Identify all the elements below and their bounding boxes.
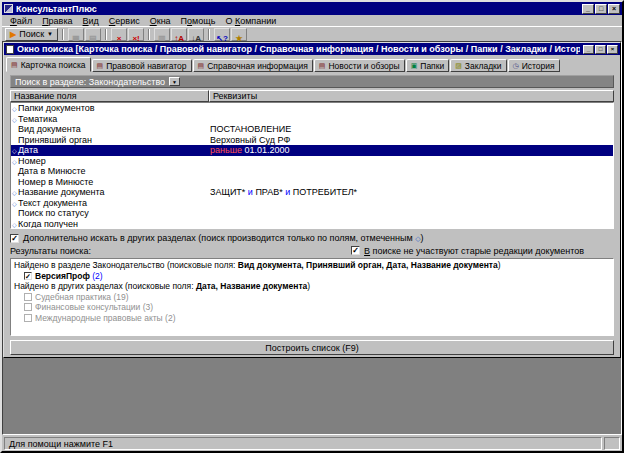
font-increase-button[interactable]: ↑A — [171, 28, 187, 41]
field-row[interactable]: ◇Текст документа — [11, 198, 613, 209]
field-value: ПОСТАНОВЛЕНИЕ — [210, 124, 291, 135]
result-line: Финансовые консультации (3) — [14, 302, 610, 313]
resize-grip[interactable] — [604, 437, 620, 450]
text-part: и — [285, 187, 293, 197]
tab-bookmarks[interactable]: ▨Закладки — [450, 59, 506, 72]
help-button[interactable]: ↖? — [214, 28, 230, 41]
old-editions-checkbox[interactable]: ✓ — [351, 246, 360, 255]
search-card-panel: Поиск в разделе: Законодательство ▼ Назв… — [4, 72, 620, 358]
menu-item-help[interactable]: Помощь — [176, 16, 221, 26]
result-text: Найдено в других разделах (поисковые пол… — [14, 281, 310, 292]
exit-button[interactable]: ★ — [231, 28, 247, 41]
inner-close-button[interactable]: × — [607, 45, 618, 54]
application-window: КонсультантПлюс _ □ × ФайлПравкаВидСерви… — [0, 0, 624, 453]
tab-label: Правовой навигатор — [106, 61, 186, 71]
field-row[interactable]: Номер в Минюсте — [11, 177, 613, 188]
search-icon: ▶ — [10, 29, 16, 40]
folders-icon: ▣ — [411, 62, 418, 69]
text-part: раньше — [210, 145, 244, 155]
text-part: 01.01.2000 — [244, 145, 289, 155]
field-row[interactable]: Вид документаПОСТАНОВЛЕНИЕ — [11, 124, 613, 135]
result-line[interactable]: ✓ВерсияПроф (2) — [14, 271, 610, 282]
field-row[interactable]: ◇Датараньше 01.01.2000 — [11, 145, 613, 156]
app-icon — [4, 4, 13, 13]
result-line: Найдено в разделе Законодательство (поис… — [14, 260, 610, 271]
field-name: Текст документа — [18, 198, 87, 208]
text-part: Верховный Суд РФ — [210, 135, 290, 145]
app-title: КонсультантПлюс — [16, 4, 97, 14]
field-row[interactable]: ◇Название документаЗАЩИТ* и ПРАВ* и ПОТР… — [11, 187, 613, 198]
inner-maximize-button[interactable]: □ — [595, 45, 606, 54]
tab-reference[interactable]: ▤Справочная информация — [193, 59, 313, 72]
app-window-controls: _ □ × — [582, 4, 620, 14]
build-list-button[interactable]: Построить список (F9) — [10, 340, 614, 355]
search-window-title-bar: Окно поиска [Карточка поиска / Правовой … — [4, 43, 620, 55]
toolbar-separator — [62, 29, 64, 40]
field-row[interactable]: ◇Номер — [11, 156, 613, 167]
font-decrease-button[interactable]: ↓A — [188, 28, 204, 41]
text-part: Вид документа, Принявший орган, Дата, На… — [238, 260, 498, 270]
menu-item-windows[interactable]: Окна — [145, 16, 176, 26]
section-dropdown-button[interactable]: ▼ — [169, 77, 180, 86]
result-checkbox[interactable]: ✓ — [24, 272, 32, 280]
field-name: Дата — [18, 145, 38, 155]
clear-field-button[interactable]: × — [111, 28, 127, 41]
chevron-down-icon: ▼ — [172, 79, 177, 85]
text-part: ПРАВ* — [255, 187, 285, 197]
tab-label: Папки — [420, 61, 444, 71]
extra-search-row: ✓ Дополнительно искать в других разделах… — [10, 233, 614, 243]
search-button[interactable]: ▶Поиск▼ — [5, 28, 58, 41]
minimize-button[interactable]: _ — [582, 4, 594, 14]
column-headers: Название поля Реквизиты — [10, 90, 614, 102]
tab-navigator[interactable]: ▤Правовой навигатор — [92, 59, 192, 72]
tab-news[interactable]: ▤Новости и обзоры — [314, 59, 405, 72]
field-name: Поиск по статусу — [18, 208, 89, 218]
field-row[interactable]: ◇Когда получен — [11, 219, 613, 230]
text-part: (2) — [92, 271, 102, 281]
menu-item-edit[interactable]: Правка — [37, 16, 77, 26]
search-button-label: Поиск — [19, 29, 44, 39]
field-row[interactable]: Поиск по статусу — [11, 208, 613, 219]
field-row[interactable]: ◇Папки документов — [11, 103, 613, 114]
section-header: Поиск в разделе: Законодательство ▼ — [10, 75, 614, 88]
search-dropdown-arrow[interactable]: ▼ — [47, 31, 53, 37]
result-text: Судебная практика (19) — [35, 292, 129, 303]
toolbar: ▶Поиск▼▦▤××!▥↑A↓A↖?★ — [2, 26, 622, 41]
tab-card[interactable]: ▤Карточка поиска — [6, 57, 91, 72]
extra-search-checkbox[interactable]: ✓ — [10, 234, 19, 243]
old-editions-label: В поиске не участвуют старые редакции до… — [364, 246, 584, 256]
field-list[interactable]: ◇Папки документов◇ТематикаВид документаП… — [10, 102, 614, 229]
close-button[interactable]: × — [608, 4, 620, 14]
field-value: ЗАЩИТ* и ПРАВ* и ПОТРЕБИТЕЛ* — [210, 187, 357, 198]
field-row[interactable]: Дата в Минюсте — [11, 166, 613, 177]
result-line: Судебная практика (19) — [14, 292, 610, 303]
print-button: ▥ — [154, 28, 170, 41]
tab-label: История — [522, 61, 555, 71]
results-list: Найдено в разделе Законодательство (поис… — [10, 258, 614, 336]
menu-item-file[interactable]: Файл — [5, 16, 37, 26]
text-part: ) — [498, 260, 501, 270]
field-name: Номер — [18, 156, 46, 166]
field-row[interactable]: ◇Тематика — [11, 114, 613, 125]
field-name: Папки документов — [18, 103, 94, 113]
field-row[interactable]: Принявший органВерховный Суд РФ — [11, 135, 613, 146]
menu-item-view[interactable]: Вид — [78, 16, 104, 26]
status-message: Для помощи нажмите F1 — [4, 437, 602, 450]
field-name: Когда получен — [18, 219, 78, 229]
result-text: Найдено в разделе Законодательство (поис… — [14, 260, 501, 271]
menu-item-about[interactable]: О Компании — [220, 16, 281, 26]
inner-minimize-button[interactable]: _ — [583, 45, 594, 54]
field-name: Принявший орган — [18, 135, 92, 145]
clear-card-button[interactable]: ×! — [128, 28, 144, 41]
tab-folders[interactable]: ▣Папки — [406, 59, 450, 72]
result-text: Международные правовые акты (2) — [35, 313, 175, 324]
extra-search-label-text: Дополнительно искать в других разделах (… — [23, 233, 415, 243]
status-bar: Для помощи нажмите F1 — [2, 435, 622, 451]
extra-search-label-end: ) — [421, 233, 424, 243]
restore-button[interactable]: □ — [595, 4, 607, 14]
menu-item-service[interactable]: Сервис — [104, 16, 145, 26]
text-part: Найдено в разделе Законодательство (поис… — [14, 260, 238, 270]
tab-history[interactable]: ◷История — [508, 59, 560, 72]
result-line: Найдено в других разделах (поисковые пол… — [14, 281, 610, 292]
field-name: Номер в Минюсте — [18, 177, 93, 187]
